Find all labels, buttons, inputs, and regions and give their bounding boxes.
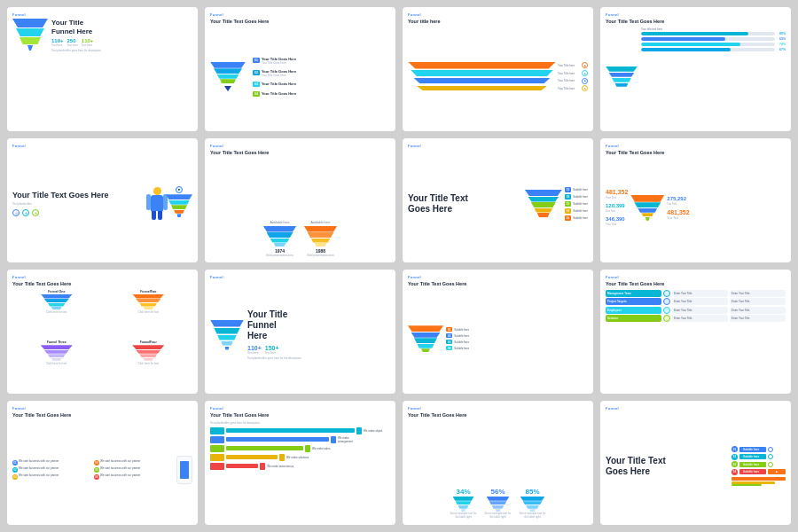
slide-4-title: Your Title Text Goes Here [606,19,786,25]
phone-icon [176,456,192,484]
slide16-title: Your Title TextGoes Here [606,412,729,520]
slide11-items: 01Subtitle here 02Subtitle here 03Subtit… [446,327,469,350]
slide7-title: Your Title TextGoes Here [408,150,522,257]
stat-2-label: Text here [67,43,78,47]
slide13-items-left: 01 We start business with our partner 04… [12,460,174,480]
item-1-desc: Your Title Goes Here [262,61,296,65]
slide10-funnel: ● [210,320,244,350]
slide2-info: 01 Your Title Goes Here Your Title Goes … [253,57,390,97]
slide-10-tag: Funnel [210,275,390,279]
slide12-table: Management Team Enter Your Title Enter Y… [606,290,786,388]
slide-8[interactable]: Funnel Your Title Text Goes Here 481,352… [600,138,791,262]
slide-9-title: Your Title Text Goes Here [12,281,192,287]
slide-14[interactable]: Funnel Your Title Text Goes Here Text pl… [205,401,395,525]
slide10-text: Your TitleFunnelHere 110+ Text here 150+… [247,309,301,360]
slide-1-desc: Text placeholder goes here for descripti… [51,49,192,52]
slide2-layer3 [217,74,239,79]
slide3-funnel: Your Title here ▶ Your Title here ▶ Your… [408,62,588,92]
funnel-right: Available here 1988 Bold presentation ar… [304,221,338,258]
stat-1-label: Text here [51,43,64,47]
slide-5[interactable]: Funnel Your Title Text Goes Here Text pl… [7,138,198,262]
slide15-gauges: 34% Some example text for the label righ… [408,421,588,520]
slide-12[interactable]: Funnel Your Title Text Goes Here Managem… [600,270,791,394]
slide-8-tag: Funnel [606,144,786,148]
slide2-layer1 [210,62,246,68]
funnel-left: Available here 1974 Bold presentation ar… [263,221,297,258]
slide-1[interactable]: Funnel ⚙ ★ ♦ Your TitleFunnel Here [7,7,198,131]
slide-6-tag: Funnel [210,144,390,148]
funnel-tip [26,45,35,51]
slide-6[interactable]: Funnel Your Title Text Goes Here Availab… [205,138,395,262]
icon-1: ◎ [12,209,20,216]
slide9-grid: Funnel One Click here for text FunnelTwo [12,290,192,388]
slides-grid: Funnel ⚙ ★ ♦ Your TitleFunnel Here [0,0,798,532]
slide-9-tag: Funnel [12,275,192,279]
slide-2[interactable]: Funnel Your Title Text Goes Here 01 Your… [205,7,395,131]
slide5-funnel: ● [166,190,192,218]
slide-16[interactable]: Funnel Your Title TextGoes Here 01 Subti… [600,401,791,525]
slide11-funnel [408,325,443,352]
funnel-layer-3: ♦ [20,37,41,44]
slide-2-title: Your Title Text Goes Here [210,19,390,25]
item-2-desc: Your Title Goes Here [262,74,296,77]
slide16-items: 01 Subtitle here 02 Subtitle here 03 Sub… [732,412,786,520]
slide-1-tag: Funnel [12,12,192,17]
slide5-person [151,187,163,220]
stat-3-label: Text here [82,43,94,47]
slide-1-title: Your TitleFunnel Here [51,19,192,35]
slide8-right-stats: 275,292 Out Text 481,352 Your Text [667,196,689,220]
item-3-label: Your Title Goes Here [262,82,296,86]
slide7-items: 01Subtitle here 02Subtitle here 03Subtit… [565,150,588,257]
slide-14-title: Your Title Text Goes Here [210,412,390,419]
slide-16-tag: Funnel [606,406,786,411]
slide-3-tag: Funnel [408,12,588,17]
slide-12-tag: Funnel [606,275,786,279]
slide-11-tag: Funnel [408,275,588,279]
slide-3[interactable]: Funnel Your title here Your Title here ▶… [403,7,593,131]
funnel-layer-2: ★ [16,28,44,36]
big-funnel: ⚙ ★ ♦ [12,19,48,51]
stats-row: 110+ Text here 250 Text here 110+ Text h… [51,38,192,47]
slide-11[interactable]: Funnel Your Title Text Goes Here 01Subti… [403,270,593,394]
slide-12-title: Your Title Text Goes Here [606,281,786,287]
slide5-text: Your Title Text Goes Here Text placehold… [12,191,148,217]
icon-3: ⊗ [32,209,39,216]
slide-8-title: Your Title Text Goes Here [606,150,786,156]
slide14-desc: Text placeholder goes here for descripti… [210,421,390,425]
slide4-progress: Your title text here 80% 63% 74% [641,27,786,126]
slide-6-title: Your Title Text Goes Here [210,150,390,156]
slide-4-tag: Funnel [606,12,786,17]
arrow-down [224,86,231,91]
slide-13-title: Your Title Text Goes Here [12,412,192,419]
slide8-left-stats: 481,352 Your Text 120,399 Out Text 346,3… [606,189,628,226]
slide-7-tag: Funnel [408,144,588,148]
slide-3-title: Your title here [408,19,588,25]
slide-4[interactable]: Funnel Your Title Text Goes Here Your ti… [600,7,791,131]
slide-15[interactable]: Funnel Your Title Text Goes Here 34% Som… [403,401,593,525]
icon-2: ⊕ [22,209,29,216]
slide-5-tag: Funnel [12,144,192,148]
item-4-label: Your Title Goes Here [262,91,296,96]
slide8-funnel [630,195,664,221]
slide-13[interactable]: Funnel Your Title Text Goes Here 01 We s… [7,401,198,525]
slide-10[interactable]: Funnel ● Your TitleFunnelHere 110+ [205,270,395,394]
slide-15-title: Your Title Text Goes Here [408,412,588,419]
slide-7[interactable]: Funnel Your Title TextGoes Here 01Subtit… [403,138,593,262]
slide2-layer4 [220,79,236,83]
slide-9[interactable]: Funnel Your Title Text Goes Here Funnel … [7,270,198,394]
slide7-funnel [525,150,562,257]
funnel-layer-1: ⚙ [12,19,48,27]
slide14-bars: We make object We make arrangement We ma… [210,427,390,520]
slide-14-tag: Funnel [210,406,390,411]
slide-11-title: Your Title Text Goes Here [408,281,588,287]
slide-2-tag: Funnel [210,12,390,17]
slide4-funnel [606,27,638,126]
slide2-layer2 [214,68,242,74]
slide-15-tag: Funnel [408,406,588,411]
slide-13-tag: Funnel [12,406,192,411]
